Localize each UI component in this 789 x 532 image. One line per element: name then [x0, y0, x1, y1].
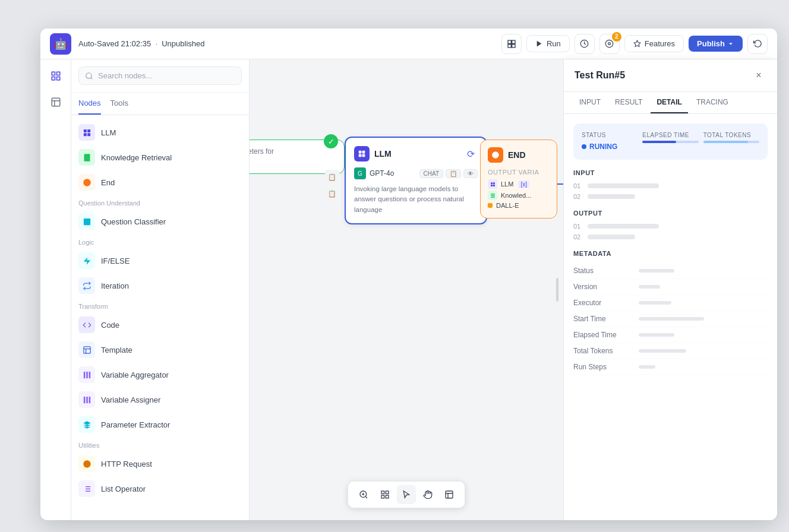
input-bar-2 — [588, 194, 635, 199]
llm-status-icon: ⟳ — [463, 147, 478, 161]
rail-icon-pages[interactable] — [46, 93, 65, 112]
node-item-list-operator[interactable]: List Operator — [71, 476, 249, 501]
svg-rect-47 — [491, 182, 493, 184]
svg-line-13 — [91, 77, 93, 79]
meta-val-version — [639, 285, 660, 289]
node-item-code[interactable]: Code — [71, 312, 249, 337]
parameter-extractor-icon — [78, 416, 95, 433]
meta-row-total-tokens: Total Tokens — [573, 343, 768, 359]
run-button[interactable]: Run — [526, 35, 570, 52]
llm-icon — [78, 124, 95, 141]
meta-key-executor: Executor — [573, 299, 639, 307]
publish-button[interactable]: Publish — [689, 36, 743, 52]
output-bar-1 — [588, 224, 659, 229]
app-logo: 🤖 — [50, 33, 71, 55]
node-item-variable-aggregator[interactable]: Variable Aggregator — [71, 362, 249, 387]
output-row-2: 02 — [573, 233, 768, 240]
features-button[interactable]: Features — [624, 35, 684, 52]
variable-aggregator-icon — [78, 366, 95, 383]
elapsed-col-label: ELAPSED TIME — [642, 132, 698, 138]
node-item-template[interactable]: Template — [71, 337, 249, 362]
code-icon — [78, 316, 95, 333]
svg-rect-49 — [491, 184, 493, 186]
panel-tab-tracing[interactable]: TRACING — [690, 92, 734, 113]
input-bar-1 — [588, 183, 659, 188]
end-var-llm: LLM [x] — [488, 179, 550, 189]
meta-row-status: Status — [573, 263, 768, 279]
zoom-in-button[interactable] — [354, 485, 373, 504]
svg-rect-62 — [446, 491, 453, 498]
node-item-ifelse[interactable]: IF/ELSE — [71, 248, 249, 273]
end-label: End — [101, 178, 115, 187]
llm-canvas-node[interactable]: LLM ⟳ G GPT-4o CHAT 📋 👁 Invoking large l — [345, 137, 487, 224]
node-item-parameter-extractor[interactable]: Parameter Extractor — [71, 412, 249, 437]
llm-node-header: LLM ⟳ — [354, 146, 478, 162]
panel-tab-input[interactable]: INPUT — [573, 92, 607, 113]
start-copy-button[interactable]: 📋 — [325, 186, 339, 201]
panel-tabs: INPUT RESULT DETAIL TRACING — [564, 92, 777, 114]
start-checkmark-icon: ✓ — [324, 134, 338, 148]
elapsed-col: ELAPSED TIME — [642, 132, 698, 151]
search-icon — [85, 72, 93, 80]
llm-node-badge — [354, 146, 370, 162]
panel-tab-detail[interactable]: DETAIL — [651, 92, 687, 113]
undo-button[interactable] — [747, 34, 768, 54]
end-var-knowledge: Knowled... — [488, 191, 550, 200]
svg-rect-9 — [52, 77, 55, 80]
pan-tool-button[interactable] — [418, 485, 437, 504]
svg-rect-41 — [359, 151, 362, 154]
notification-badge: 2 — [612, 32, 621, 42]
iteration-icon — [78, 277, 95, 294]
svg-rect-61 — [386, 495, 389, 498]
meta-row-executor: Executor — [573, 295, 768, 311]
search-input[interactable] — [98, 71, 235, 80]
svg-rect-3 — [512, 44, 515, 47]
search-input-wrapper[interactable] — [78, 66, 242, 85]
status-dot — [582, 144, 586, 149]
svg-rect-58 — [381, 491, 384, 494]
scroll-hint — [556, 278, 558, 302]
variable-aggregator-label: Variable Aggregator — [101, 370, 169, 379]
select-tool-button[interactable] — [397, 485, 416, 504]
tab-nodes[interactable]: Nodes — [78, 93, 101, 115]
var-llm-icon — [488, 179, 497, 189]
svg-rect-44 — [362, 154, 365, 157]
comment-tool-button[interactable] — [440, 485, 459, 504]
output-section: 01 02 — [573, 223, 768, 240]
canvas-area[interactable]: ✓ 📋 📋 parameters for llow LLM — [250, 59, 563, 520]
svg-rect-10 — [56, 77, 59, 80]
http-request-label: HTTP Request — [101, 460, 152, 468]
tab-tools[interactable]: Tools — [111, 93, 128, 115]
node-item-http-request[interactable]: HTTP Request — [71, 451, 249, 476]
output-section-title: OUTPUT — [573, 210, 768, 217]
svg-rect-52 — [491, 195, 495, 196]
question-classifier-icon — [78, 213, 95, 230]
node-item-end[interactable]: End — [71, 170, 249, 195]
node-item-question-classifier[interactable]: Question Classifier — [71, 209, 249, 234]
history-button[interactable] — [575, 34, 595, 54]
output-num-2: 02 — [573, 233, 583, 240]
tokens-bar — [703, 141, 759, 143]
search-bar — [71, 59, 249, 93]
svg-line-55 — [365, 496, 367, 498]
start-edit-button[interactable]: 📋 — [325, 170, 339, 184]
autosave-status: Auto-Saved 21:02:35 · Unpublished — [78, 39, 494, 48]
start-node[interactable]: ✓ 📋 📋 parameters for llow — [250, 140, 345, 174]
end-canvas-node[interactable]: END OUTPUT VARIA LLM [x] Knowled... — [480, 140, 557, 218]
panel-tab-result[interactable]: RESULT — [609, 92, 648, 113]
close-panel-button[interactable]: × — [751, 68, 766, 83]
question-classifier-label: Question Classifier — [101, 217, 166, 226]
status-badge: RUNING — [582, 142, 617, 151]
canvas-mode-button[interactable] — [501, 34, 522, 54]
input-section: 01 02 — [573, 182, 768, 200]
panel-title: Test Run#5 — [575, 70, 625, 81]
settings-button[interactable]: 2 — [599, 34, 620, 54]
node-item-knowledge[interactable]: Knowledge Retrieval — [71, 145, 249, 170]
fit-view-button[interactable] — [375, 485, 394, 504]
node-item-variable-assigner[interactable]: Variable Assigner — [71, 387, 249, 412]
rail-icon-nodes[interactable] — [46, 66, 65, 86]
node-item-iteration[interactable]: Iteration — [71, 273, 249, 298]
node-item-llm[interactable]: LLM — [71, 120, 249, 145]
input-num-1: 01 — [573, 182, 583, 189]
svg-rect-0 — [508, 40, 511, 43]
